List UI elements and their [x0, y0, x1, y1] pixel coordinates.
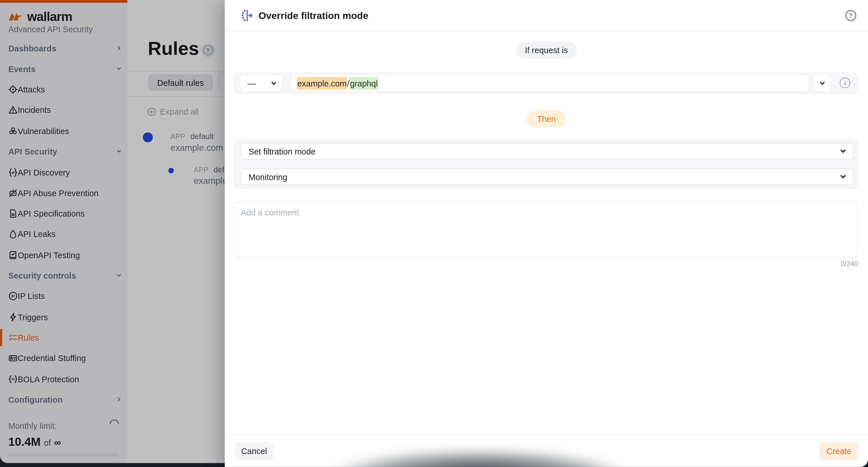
chevron-down-icon — [819, 80, 825, 86]
action-rows: Set filtration mode Monitoring — [234, 139, 859, 189]
if-request-is-pill: If request is — [516, 42, 577, 59]
drawer-footer: Cancel Create — [225, 434, 868, 467]
comment-char-counter: 0/240 — [841, 260, 858, 267]
cancel-button[interactable]: Cancel — [235, 442, 274, 460]
condition-row: — example.com/graphql i — [234, 72, 859, 94]
chevron-down-icon — [840, 173, 846, 180]
filtration-mode-select[interactable]: Monitoring — [240, 168, 854, 185]
drawer-help-button[interactable]: ? — [845, 10, 857, 21]
filtration-mode-icon — [241, 9, 253, 22]
condition-expand-button[interactable] — [814, 75, 831, 91]
path-token: graphql — [350, 77, 378, 89]
drawer-header: Override filtration mode ? — [225, 0, 868, 32]
override-filtration-mode-drawer: Override filtration mode ? If request is… — [225, 0, 868, 467]
screen: wallarm Advanced API Security Dashboards… — [0, 0, 868, 467]
action-type-select[interactable]: Set filtration mode — [240, 143, 854, 160]
create-button[interactable]: Create — [819, 442, 859, 460]
host-token: example.com — [297, 77, 347, 89]
chevron-down-icon — [840, 148, 846, 154]
chevron-down-icon — [271, 80, 277, 86]
condition-value-input[interactable]: example.com/graphql — [291, 75, 809, 91]
condition-operator-select[interactable]: — — [240, 75, 282, 91]
drawer-title: Override filtration mode — [259, 10, 369, 22]
comment-textarea[interactable] — [234, 202, 858, 258]
then-pill: Then — [527, 110, 566, 127]
info-icon[interactable]: i — [840, 78, 850, 88]
